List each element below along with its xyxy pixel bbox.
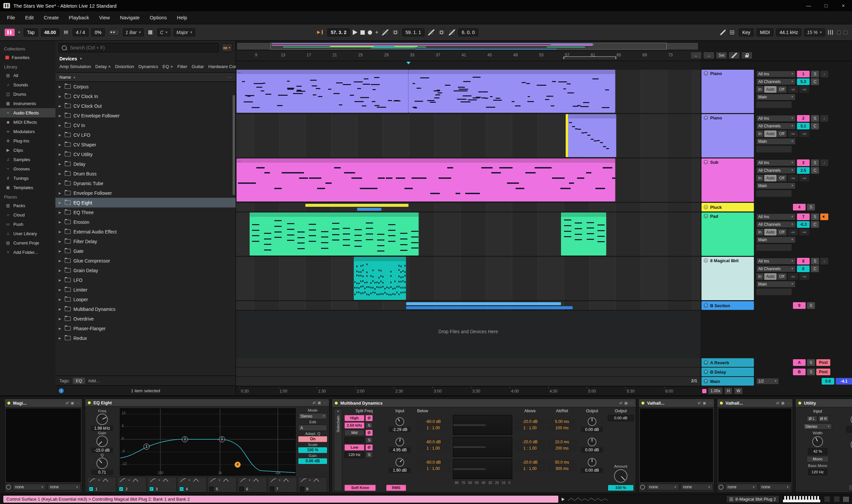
- att-rel-value[interactable]: 100 ms: [548, 425, 576, 431]
- return-header-main[interactable]: ▼Main: [702, 377, 754, 385]
- unfold-track-icon[interactable]: ▼: [704, 205, 708, 210]
- eq-band-handle[interactable]: 2: [182, 436, 188, 442]
- quantization-select[interactable]: 1 Bar▼: [123, 28, 144, 36]
- filter-shape-icon[interactable]: [102, 478, 109, 482]
- track-number[interactable]: 8: [797, 258, 810, 265]
- midi-clip[interactable]: [354, 257, 406, 300]
- controlled-plugin-box[interactable]: 8-Magical 8bit Plug 2: [726, 495, 779, 503]
- time-label[interactable]: 3:30: [473, 389, 480, 394]
- sidebar-item-sounds[interactable]: ♪Sounds: [0, 80, 55, 89]
- filter-button[interactable]: ▼: [221, 43, 232, 52]
- sidechain-caret-icon[interactable]: ▼: [337, 410, 339, 413]
- menu-edit[interactable]: Edit: [20, 11, 39, 24]
- eq-band-handle[interactable]: 3: [219, 436, 225, 442]
- list-item-dynamic-tube[interactable]: ▶Dynamic Tube: [55, 178, 236, 188]
- time-label[interactable]: 1:30: [318, 389, 326, 394]
- overview-view-region[interactable]: [270, 43, 667, 50]
- list-item-drum-buss[interactable]: ▶Drum Buss: [55, 169, 236, 178]
- list-item-eq-eight[interactable]: ▶EQ Eight: [55, 198, 236, 208]
- eq-band-handle[interactable]: 4: [235, 462, 241, 468]
- monitor-switch[interactable]: InAutoOff: [756, 130, 786, 137]
- minimize-button[interactable]: —: [800, 0, 817, 11]
- band-meter[interactable]: [453, 415, 512, 435]
- disclosure-icon[interactable]: ▶: [59, 298, 62, 301]
- band-enable-checkbox[interactable]: [270, 487, 274, 491]
- filter-shape-icon[interactable]: [192, 478, 199, 482]
- output-routing-select[interactable]: Main▼: [756, 236, 796, 243]
- filter-band-slot[interactable]: ▼✓4: [178, 477, 207, 492]
- collections-header[interactable]: Collections: [0, 44, 55, 53]
- device-eq-eight[interactable]: EQ Eight ⇄▣··· Freq1.98 kHz Gain-15.0 dB…: [85, 399, 330, 493]
- category-guitar[interactable]: Guitar: [192, 64, 204, 69]
- pencil-icon[interactable]: [729, 52, 740, 59]
- computer-midi-keyboard-icon[interactable]: [824, 496, 830, 502]
- solo-button[interactable]: S: [811, 258, 819, 265]
- track-lane-pad[interactable]: [236, 213, 700, 256]
- sidebar-item-midi-effects[interactable]: ◆MIDI Effects: [0, 118, 55, 127]
- filter-band-slot[interactable]: ▼8: [298, 477, 327, 492]
- monitor-off[interactable]: Off: [777, 229, 786, 235]
- metronome-icon[interactable]: [63, 29, 70, 36]
- list-item-erosion[interactable]: ▶Erosion: [55, 217, 236, 227]
- disclosure-icon[interactable]: ▶: [59, 114, 62, 118]
- track-lane-b-section[interactable]: [236, 301, 700, 310]
- list-item-lfo[interactable]: ▶LFO: [55, 275, 236, 285]
- plugin-panel[interactable]: [6, 409, 81, 482]
- list-item-cv-envelope-follower[interactable]: ▶CV Envelope Follower: [55, 111, 236, 121]
- hot-swap-icon[interactable]: ⇄: [313, 399, 315, 406]
- list-item-glue-compressor[interactable]: ▶Glue Compressor: [55, 256, 236, 266]
- crossfade-button[interactable]: C: [811, 266, 819, 272]
- filter-shape-icon[interactable]: [270, 478, 277, 482]
- band-output-knob[interactable]: [588, 458, 597, 467]
- search-box[interactable]: [59, 43, 219, 52]
- disclosure-icon[interactable]: ▶: [59, 95, 62, 98]
- filter-shape-icon[interactable]: [300, 478, 307, 482]
- set-button[interactable]: Set: [716, 52, 727, 59]
- crossfade-button[interactable]: C: [811, 221, 819, 228]
- sidebar-item-favorites[interactable]: Favorites: [0, 53, 55, 62]
- bar-number[interactable]: 13: [281, 53, 285, 57]
- shape-caret-icon[interactable]: ▼: [279, 479, 281, 481]
- category-filter[interactable]: Filter: [177, 64, 187, 69]
- below-value[interactable]: 1 : 1.00: [416, 446, 450, 451]
- track-header-pad[interactable]: ▼Pad: [702, 213, 754, 256]
- above-value[interactable]: 1 : 1.00: [515, 446, 545, 451]
- list-item-cv-clock-in[interactable]: ▶CV Clock In: [55, 91, 236, 101]
- output-routing-select[interactable]: Main▼: [756, 281, 796, 288]
- band-high-button[interactable]: High: [344, 415, 365, 421]
- bar-number[interactable]: 37: [436, 53, 440, 57]
- input-routing-select[interactable]: All Ins▼: [756, 115, 796, 122]
- bar-number[interactable]: 41: [462, 53, 466, 57]
- band-meter[interactable]: [453, 459, 512, 479]
- band-mid-button[interactable]: Mid: [344, 430, 365, 436]
- global-output-value[interactable]: 0.00 dB: [608, 415, 634, 421]
- band-enable-checkbox[interactable]: [209, 487, 214, 491]
- record-button[interactable]: [368, 30, 372, 35]
- time-signature-field[interactable]: 4 / 4: [73, 28, 88, 36]
- track-header-b-section[interactable]: ▼B Section: [702, 301, 754, 310]
- band-output-value[interactable]: 0.00 dB: [581, 447, 603, 453]
- above-value[interactable]: -20.0 dB: [515, 460, 545, 465]
- sidebar-item-instruments[interactable]: ▦Instruments: [0, 99, 55, 108]
- main-meter[interactable]: -4.1: [836, 378, 852, 384]
- sidebar-item-push[interactable]: ▭Push: [0, 219, 55, 229]
- input-routing-select[interactable]: All Ins▼: [756, 214, 796, 220]
- below-value[interactable]: 1 : 1.00: [416, 466, 450, 471]
- hot-swap-icon[interactable]: ⇄: [697, 399, 700, 407]
- att-rel-value[interactable]: 200 ms: [548, 446, 576, 451]
- device-valhalla-1[interactable]: Valhall... ⇄▣··· none▼ none▼: [638, 399, 714, 493]
- solo-button[interactable]: S: [807, 368, 815, 375]
- low-solo-button[interactable]: S: [366, 452, 373, 458]
- filter-shape-icon[interactable]: [89, 478, 96, 482]
- sidebar-item-add-folder[interactable]: +Add Folder...: [0, 248, 55, 257]
- add-tag-button[interactable]: Add...: [88, 378, 100, 383]
- device-magical-8bit[interactable]: Magi... ⇄▣··· none▼ none▼: [4, 399, 83, 493]
- sidebar-item-current-proje[interactable]: ▤Current Proje: [0, 238, 55, 248]
- scale-value[interactable]: 100 %: [298, 447, 327, 453]
- fade-icon[interactable]: [448, 29, 456, 36]
- input-channel-select[interactable]: All Channels▼: [756, 167, 796, 174]
- midi-clip[interactable]: [408, 70, 615, 113]
- disclosure-icon[interactable]: ▶: [59, 133, 62, 137]
- list-item-limiter[interactable]: ▶Limiter: [55, 285, 236, 294]
- device-header[interactable]: Valhall... ⇄▣···: [639, 399, 714, 407]
